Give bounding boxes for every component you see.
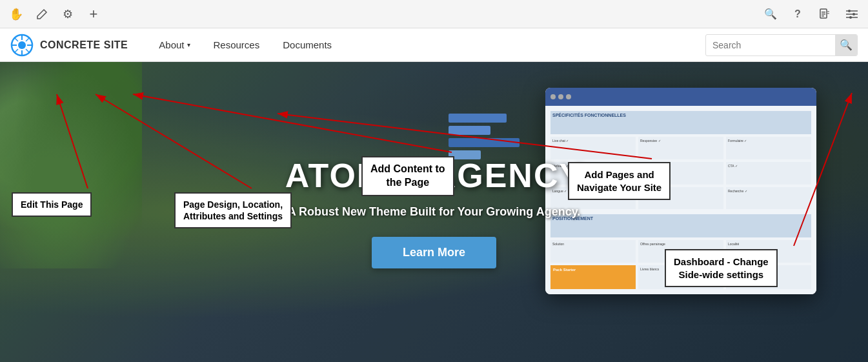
stats-bars xyxy=(449,114,539,159)
annotation-add-pages: Add Pages andNavigate Your Site xyxy=(568,162,671,200)
search-input[interactable] xyxy=(706,40,835,50)
svg-rect-4 xyxy=(827,11,829,12)
svg-rect-3 xyxy=(822,15,824,17)
gear-icon[interactable]: ⚙ xyxy=(57,3,79,25)
nav-documents[interactable]: Documents xyxy=(271,28,343,62)
learn-more-button[interactable]: Learn More xyxy=(372,237,496,268)
search-toolbar-icon[interactable]: 🔍 xyxy=(760,3,782,25)
svg-line-21 xyxy=(14,49,18,53)
toolbar: ✋ ⚙ + 🔍 ? xyxy=(0,0,868,28)
nav-about[interactable]: About ▾ xyxy=(147,28,201,62)
question-icon[interactable]: ? xyxy=(787,3,809,25)
hero-subtitle: A Robust New Theme Built for Your Growin… xyxy=(241,205,628,219)
navbar: CONCRETE SITE About ▾ Resources Document… xyxy=(0,28,868,62)
annotation-page-design: Page Design, Location,Attributes and Set… xyxy=(174,192,292,228)
svg-point-13 xyxy=(18,41,26,49)
svg-line-19 xyxy=(26,49,30,53)
plant-decoration xyxy=(0,62,142,268)
toolbar-right: 🔍 ? xyxy=(760,3,863,25)
hero-section: SPÉCIFICITÉS FONCTIONNELLES Live chat ✓ … xyxy=(0,62,868,362)
svg-point-9 xyxy=(848,10,851,12)
svg-point-11 xyxy=(849,16,852,19)
hand-icon[interactable]: ✋ xyxy=(5,3,27,25)
logo-area[interactable]: CONCRETE SITE xyxy=(10,34,128,57)
sliders-icon[interactable] xyxy=(841,3,863,25)
logo-icon xyxy=(10,34,34,57)
svg-rect-1 xyxy=(822,12,825,13)
svg-point-10 xyxy=(853,13,855,15)
search-box: 🔍 xyxy=(705,34,858,56)
nav-resources[interactable]: Resources xyxy=(202,28,272,62)
svg-line-18 xyxy=(14,37,18,41)
svg-rect-2 xyxy=(822,14,825,15)
annotation-dashboard: Dashboard - ChangeSide-wide settings xyxy=(665,249,778,287)
annotation-add-content: Add Content tothe Page xyxy=(361,156,454,196)
pencil-icon[interactable] xyxy=(31,3,53,25)
annotation-edit-page: Edit This Page xyxy=(12,192,92,217)
document-icon[interactable] xyxy=(814,3,836,25)
plus-icon[interactable]: + xyxy=(83,3,105,25)
about-caret: ▾ xyxy=(187,41,190,48)
search-button[interactable]: 🔍 xyxy=(835,34,857,56)
svg-rect-5 xyxy=(827,13,829,14)
logo-text: CONCRETE SITE xyxy=(40,39,128,51)
svg-line-20 xyxy=(26,37,30,41)
